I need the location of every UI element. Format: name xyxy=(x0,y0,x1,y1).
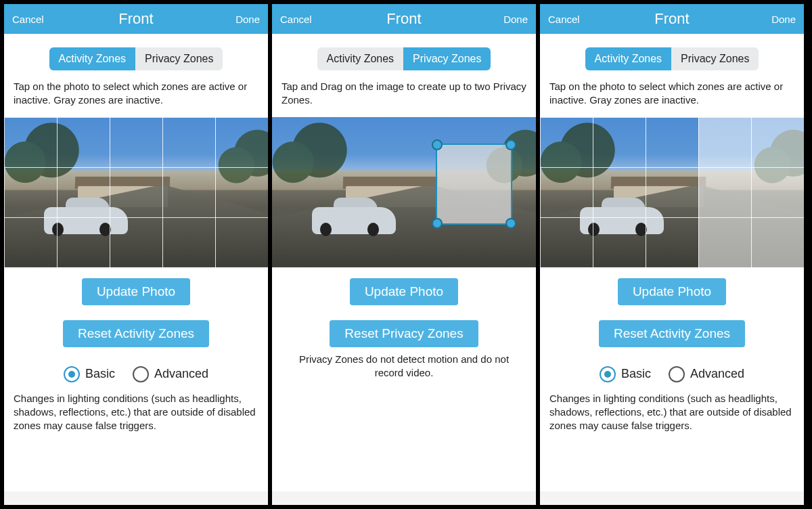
done-button[interactable]: Done xyxy=(235,14,260,25)
pane-privacy-zones: Cancel Front Done Activity Zones Privacy… xyxy=(272,4,540,505)
privacy-zone-rect[interactable] xyxy=(436,143,512,224)
mode-radio-group: Basic Advanced xyxy=(540,366,804,382)
radio-unchecked-icon xyxy=(669,366,685,382)
bottom-bar xyxy=(4,491,268,505)
zone-type-segmented: Activity Zones Privacy Zones xyxy=(585,47,759,70)
cancel-button[interactable]: Cancel xyxy=(280,14,312,25)
tab-privacy-zones[interactable]: Privacy Zones xyxy=(135,47,223,70)
update-photo-button[interactable]: Update Photo xyxy=(350,278,458,305)
radio-checked-icon xyxy=(600,366,616,382)
activity-grid[interactable] xyxy=(4,117,268,267)
radio-basic[interactable]: Basic xyxy=(600,366,651,382)
done-button[interactable]: Done xyxy=(771,14,796,25)
reset-activity-zones-button[interactable]: Reset Activity Zones xyxy=(63,320,209,347)
mode-radio-group: Basic Advanced xyxy=(4,366,268,382)
header: Cancel Front Done xyxy=(272,4,536,34)
pane-activity-all-active: Cancel Front Done Activity Zones Privacy… xyxy=(4,4,272,505)
camera-image[interactable] xyxy=(540,117,804,267)
bottom-bar xyxy=(540,491,804,505)
radio-advanced[interactable]: Advanced xyxy=(669,366,744,382)
resize-handle-bl[interactable] xyxy=(432,218,443,229)
resize-handle-tl[interactable] xyxy=(432,139,443,150)
inactive-zone-col-4[interactable] xyxy=(698,117,751,267)
tab-activity-zones[interactable]: Activity Zones xyxy=(317,47,404,70)
radio-advanced-label: Advanced xyxy=(690,367,744,381)
instruction-text: Tap on the photo to select which zones a… xyxy=(540,80,804,117)
zone-type-segmented: Activity Zones Privacy Zones xyxy=(317,47,491,70)
inactive-zone-col-5[interactable] xyxy=(751,117,804,267)
radio-basic[interactable]: Basic xyxy=(64,366,115,382)
update-photo-button[interactable]: Update Photo xyxy=(82,278,190,305)
radio-basic-label: Basic xyxy=(85,367,115,381)
tab-privacy-zones[interactable]: Privacy Zones xyxy=(403,47,491,70)
radio-advanced[interactable]: Advanced xyxy=(133,366,208,382)
header: Cancel Front Done xyxy=(4,4,268,34)
instruction-text: Tap and Drag on the image to create up t… xyxy=(272,80,536,117)
pane-activity-right-inactive: Cancel Front Done Activity Zones Privacy… xyxy=(540,4,808,505)
update-photo-button[interactable]: Update Photo xyxy=(618,278,726,305)
cancel-button[interactable]: Cancel xyxy=(12,14,44,25)
bottom-bar xyxy=(272,491,536,505)
resize-handle-br[interactable] xyxy=(505,218,516,229)
radio-basic-label: Basic xyxy=(621,367,651,381)
camera-image[interactable] xyxy=(272,117,536,267)
zone-type-segmented: Activity Zones Privacy Zones xyxy=(49,47,223,70)
reset-activity-zones-button[interactable]: Reset Activity Zones xyxy=(599,320,745,347)
radio-advanced-label: Advanced xyxy=(154,367,208,381)
privacy-note: Privacy Zones do not detect motion and d… xyxy=(272,347,536,380)
header: Cancel Front Done xyxy=(540,4,804,34)
camera-image[interactable] xyxy=(4,117,268,267)
done-button[interactable]: Done xyxy=(503,14,528,25)
instruction-text: Tap on the photo to select which zones a… xyxy=(4,80,268,117)
cancel-button[interactable]: Cancel xyxy=(548,14,580,25)
tab-activity-zones[interactable]: Activity Zones xyxy=(585,47,672,70)
activity-note: Changes in lighting conditions (such as … xyxy=(540,382,804,433)
tab-activity-zones[interactable]: Activity Zones xyxy=(49,47,136,70)
radio-checked-icon xyxy=(64,366,80,382)
tab-privacy-zones[interactable]: Privacy Zones xyxy=(671,47,759,70)
radio-unchecked-icon xyxy=(133,366,149,382)
activity-note: Changes in lighting conditions (such as … xyxy=(4,382,268,433)
reset-privacy-zones-button[interactable]: Reset Privacy Zones xyxy=(330,320,478,347)
resize-handle-tr[interactable] xyxy=(505,139,516,150)
